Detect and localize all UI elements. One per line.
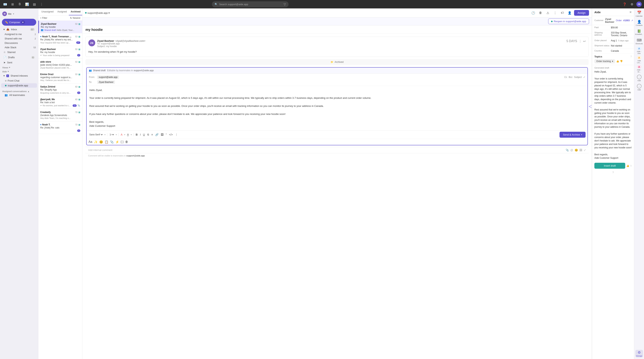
sidebar-item-shared-inboxes[interactable]: ▾ A Shared inboxes bbox=[1, 73, 37, 78]
underline-tool[interactable]: U bbox=[142, 132, 146, 137]
topics-help-icon[interactable]: ? bbox=[630, 55, 632, 58]
ai-tool[interactable]: ✨ bbox=[94, 140, 98, 144]
message-reply-icon[interactable]: ↩ bbox=[583, 39, 586, 43]
thumbs-up-icon[interactable]: 👍 bbox=[616, 60, 619, 63]
email-item-1[interactable]: Ziyad Basheer 5D ▦ Re: my hoodie 👥 Share… bbox=[38, 21, 82, 33]
email-item-3[interactable]: Ziyad Basheer 5D ▦ Re: my hoodie ↩ Your … bbox=[38, 46, 82, 59]
delete-tool[interactable]: 🗑 bbox=[125, 140, 128, 144]
email-item-7[interactable]: Дмитрий, Me 6D ▦ Re: train a bot ↩ No wo… bbox=[38, 96, 82, 109]
aide-close-button[interactable]: ✕ bbox=[629, 10, 632, 14]
sidebar-item-front-chat[interactable]: Front Chat bbox=[1, 78, 37, 83]
text-format-tool[interactable]: Aa bbox=[88, 140, 92, 144]
icon-bar-aide-circle2[interactable]: ○ Aide bbox=[636, 83, 643, 91]
insert-copy[interactable]: ⎘ bbox=[630, 164, 632, 167]
email-item-6[interactable]: Sadya Zirkind 6D ▦ Re: Shopify App Acqui… bbox=[38, 83, 82, 96]
draft-help-icon[interactable]: ? bbox=[612, 171, 614, 174]
sidebar-item-aide-slack[interactable]: Aide Slack 53 bbox=[0, 45, 38, 49]
user-avatar[interactable]: ZB bbox=[636, 1, 642, 7]
insert-thumbs-up[interactable]: 👍 bbox=[626, 164, 629, 167]
topic-tag[interactable]: Order tracking ▾ bbox=[594, 59, 615, 63]
subject-button[interactable]: Subject bbox=[574, 76, 582, 78]
sort-button[interactable]: ⇅ Newest bbox=[70, 17, 80, 19]
to-value[interactable]: Ziyad Basheer bbox=[97, 80, 115, 84]
sidebar-item-all-teammates[interactable]: 👥 All teammates bbox=[0, 93, 38, 97]
font-select[interactable]: Sans-Serif bbox=[88, 133, 103, 136]
sidebar-item-drafts[interactable]: 📄 Drafts 6 bbox=[1, 55, 37, 60]
comment-emoji[interactable]: 😊 bbox=[575, 149, 578, 152]
expand-icon[interactable]: ⤢ bbox=[583, 76, 585, 78]
order-expand-icon[interactable]: ↗ bbox=[631, 19, 633, 22]
highlight-tool[interactable]: A̲ bbox=[126, 132, 130, 137]
compose-button[interactable]: ✏️ Compose ▾ bbox=[2, 19, 36, 26]
tag-button[interactable]: 🏷 bbox=[560, 10, 565, 16]
assign-user-button[interactable]: 👤 bbox=[567, 10, 572, 16]
image-tool[interactable]: 🖼 bbox=[160, 132, 164, 137]
charge-tool[interactable]: ⚡ bbox=[115, 140, 119, 144]
tab-unassigned[interactable]: Unassigned bbox=[40, 8, 56, 15]
snooze-button[interactable]: 🕐 bbox=[530, 10, 536, 16]
internal-comment-placeholder[interactable]: Add internal comment bbox=[88, 149, 564, 151]
link-tool[interactable]: 🔗 bbox=[155, 132, 159, 137]
assign-button[interactable]: Assign bbox=[574, 10, 589, 16]
comment-image[interactable]: 🖼 bbox=[580, 149, 582, 152]
app-icon-gmail[interactable]: 📧 bbox=[2, 1, 8, 7]
comment-attach[interactable]: 📎 bbox=[566, 149, 569, 152]
comment-mention[interactable]: @ bbox=[570, 149, 573, 152]
message-more-icon[interactable]: ⋮ bbox=[579, 39, 582, 43]
search-bar[interactable]: 🔍 Search support@aide.app ▽ bbox=[212, 1, 288, 7]
emoji-tool[interactable]: 😊 bbox=[99, 140, 103, 144]
email-body-area[interactable]: ZB Ziyad Basheer <ziyad@ziyadbasheer.com… bbox=[82, 33, 592, 359]
sidebar-item-starred[interactable]: ☆ Starred bbox=[1, 50, 37, 54]
spam-button[interactable]: ⚠ bbox=[545, 10, 551, 16]
app-icon-grid[interactable]: ⊞ bbox=[10, 1, 15, 7]
email-item-4[interactable]: aide store 5D ▦ [aide store] Order #1003… bbox=[38, 59, 82, 71]
icon-bar-aide-dev[interactable]: A Aide - Dev bbox=[636, 47, 643, 54]
trash-button[interactable]: 🗑 bbox=[538, 10, 544, 16]
from-value[interactable]: support@aide.app bbox=[97, 75, 119, 79]
icon-bar-manage[interactable]: ⚙ Manage bbox=[636, 350, 643, 358]
settings-icon[interactable]: ⚙ bbox=[629, 1, 635, 7]
sidebar-item-sent[interactable]: ➤ Sent bbox=[1, 60, 37, 65]
tab-assigned[interactable]: Assigned bbox=[56, 8, 68, 15]
compose-body[interactable]: Hello Ziyad, Your order is currently bei… bbox=[86, 86, 588, 130]
icon-bar-aide-ve[interactable]: A Aide - ve... bbox=[636, 65, 643, 73]
tab-archived[interactable]: Archived bbox=[69, 8, 82, 15]
icon-bar-knowledge[interactable]: 📗 Knowled... bbox=[636, 28, 643, 36]
code-tool[interactable]: </> bbox=[168, 132, 174, 137]
icon-bar-aide-loc[interactable]: A Aide Loc... bbox=[636, 56, 643, 63]
send-archive-button[interactable]: Send & Archive ▾ bbox=[560, 132, 586, 138]
font-color-tool[interactable]: A bbox=[120, 132, 123, 137]
icon-bar-aide-circle1[interactable]: ○ Aide bbox=[636, 74, 643, 82]
filter-button[interactable]: ▿ Filter bbox=[40, 17, 47, 19]
list-tool[interactable]: ≡ bbox=[151, 132, 154, 137]
template-tool[interactable]: 📋 bbox=[104, 140, 108, 144]
quote-tool[interactable]: " bbox=[165, 132, 167, 137]
strikethrough-tool[interactable]: S bbox=[146, 132, 150, 137]
app-icon-more[interactable]: ⋮ bbox=[39, 1, 44, 7]
bcc-button[interactable]: Bcc bbox=[569, 76, 572, 78]
reopen-button[interactable]: Reopen in support@aide.app bbox=[548, 18, 589, 24]
more-format-tool[interactable]: ⋮ bbox=[174, 132, 178, 137]
sidebar-item-assigned-to-me[interactable]: Assigned to me 2 bbox=[0, 32, 38, 36]
insert-draft-button[interactable]: Insert draft bbox=[594, 163, 625, 169]
font-size-select[interactable]: 14 bbox=[109, 133, 114, 136]
inbox-selector[interactable]: support@aide.app ▾ bbox=[85, 11, 110, 14]
app-icon-table[interactable]: ▤ bbox=[32, 1, 37, 7]
bold-tool[interactable]: B bbox=[135, 132, 138, 137]
email-item-2[interactable]: Noah T., Noah Trenaman ... 5D ▦ Re: [Aid… bbox=[38, 33, 82, 46]
help-icon[interactable]: ❓ bbox=[622, 1, 628, 7]
thumbs-down-icon[interactable]: 👎 bbox=[620, 60, 623, 63]
comment-expand[interactable]: ⤢ bbox=[584, 149, 586, 152]
icon-bar-contacts[interactable]: 👤 Contacts bbox=[636, 19, 643, 27]
email-item-9[interactable]: Noah T. 7D ▦ Re: [Aide] Re: cats 3 bbox=[38, 121, 82, 134]
attach-tool[interactable]: 📎 bbox=[110, 140, 114, 144]
italic-tool[interactable]: I bbox=[139, 132, 141, 137]
sidebar-item-support[interactable]: support@aide.app bbox=[1, 83, 37, 88]
variable-tool[interactable]: { } bbox=[121, 140, 124, 144]
app-icon-b[interactable]: B bbox=[17, 1, 22, 7]
app-icon-chart[interactable]: 📊 bbox=[24, 1, 30, 7]
sidebar-item-shared-with-me[interactable]: Shared with me 2 bbox=[0, 36, 38, 41]
cc-button[interactable]: Cc bbox=[564, 76, 567, 78]
email-item-5[interactable]: Emme Orazi 5D ▦ regarding customer suppo… bbox=[38, 71, 82, 83]
sidebar-item-discussions[interactable]: Discussions bbox=[0, 41, 38, 45]
